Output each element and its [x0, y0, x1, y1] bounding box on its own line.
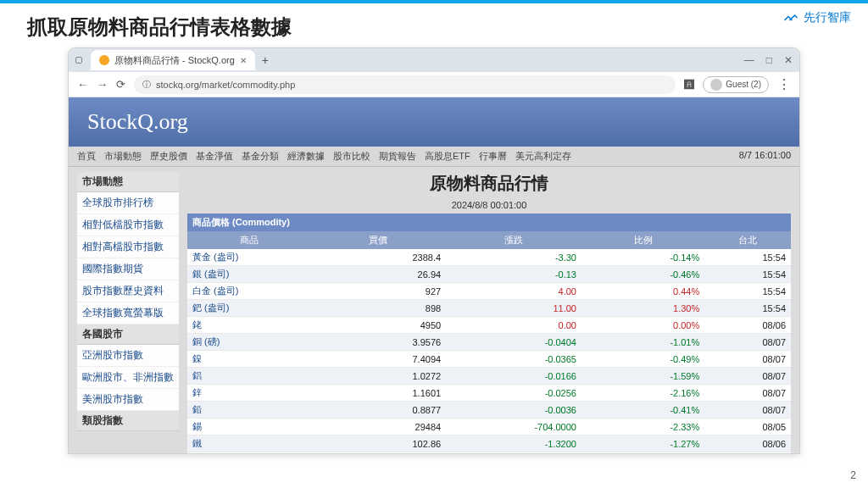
commodity-name[interactable]: 錫 — [187, 419, 310, 435]
cell: -0.13 — [446, 266, 581, 283]
commodity-name[interactable]: 鉛 — [187, 402, 310, 419]
cell: 0.00% — [581, 452, 704, 454]
commodity-table: 商品買價漲跌比例台北 黃金 (盎司)2388.4-3.30-0.14%15:54… — [187, 231, 791, 453]
table-row: 白金 (盎司)9274.000.44%15:54 — [187, 283, 791, 300]
menu-item[interactable]: 期貨報告 — [379, 150, 416, 163]
window-min-icon[interactable]: — — [744, 54, 754, 66]
cell: 08/05 — [704, 419, 791, 435]
window-close-icon[interactable]: ✕ — [784, 54, 793, 66]
sidebar-item[interactable]: 股市指數歷史資料 — [77, 280, 179, 302]
menu-item[interactable]: 基金分類 — [242, 150, 279, 163]
commodity-name[interactable]: 鋅 — [187, 385, 310, 402]
commodity-name[interactable]: 鈀 (盎司) — [187, 300, 310, 317]
cell: 08/07 — [704, 385, 791, 402]
close-tab-icon[interactable]: ✕ — [240, 56, 247, 65]
back-icon[interactable]: ← — [77, 78, 88, 91]
sidebar-item[interactable]: 國際指數期貨 — [77, 258, 179, 280]
avatar-icon — [710, 79, 722, 91]
table-header: 商品 — [187, 231, 310, 249]
menu-item[interactable]: 首頁 — [77, 150, 96, 163]
commodity-name[interactable]: 鋁 — [187, 368, 310, 385]
brand-text: 先行智庫 — [804, 10, 851, 25]
url-input[interactable]: ⓘ stockq.org/market/commodity.php — [134, 75, 676, 94]
sidebar-item[interactable]: 全球指數寬螢幕版 — [77, 302, 179, 324]
sidebar-item[interactable]: 歐洲股市、非洲指數 — [77, 367, 179, 389]
cell: 0.00% — [581, 317, 704, 334]
commodity-name[interactable]: 鋰 — [187, 452, 310, 454]
table-row: 銠49500.000.00%08/06 — [187, 317, 791, 334]
menu-item[interactable]: 高股息ETF — [425, 150, 470, 163]
menu-item[interactable]: 股市比較 — [333, 150, 370, 163]
cell: -0.0256 — [446, 385, 581, 402]
cell: 898 — [310, 300, 446, 317]
sidebar-item[interactable]: 美洲股市指數 — [77, 389, 179, 411]
brand-logo: 先行智庫 — [783, 10, 851, 25]
menu-item[interactable]: 歷史股價 — [150, 150, 187, 163]
main-content: 原物料商品行情 2024/8/8 00:01:00 商品價格 (Commodit… — [187, 172, 791, 453]
table-header: 漲跌 — [446, 231, 581, 249]
table-row: 鋰795000.00000.00%08/06 — [187, 452, 791, 454]
cell: 7.4094 — [310, 351, 446, 368]
commodity-name[interactable]: 黃金 (盎司) — [187, 249, 310, 266]
table-row: 錫29484-704.0000-2.33%08/05 — [187, 419, 791, 435]
cell: -0.46% — [581, 266, 704, 283]
commodity-name[interactable]: 鐵 — [187, 435, 310, 452]
table-row: 鉛0.8877-0.0036-0.41%08/07 — [187, 402, 791, 419]
sidebar-item[interactable]: 相對低檔股市指數 — [77, 214, 179, 236]
table-row: 黃金 (盎司)2388.4-3.30-0.14%15:54 — [187, 249, 791, 266]
table-row: 鋁1.0272-0.0166-1.59%08/07 — [187, 368, 791, 385]
sidebar: 市場動態全球股市排行榜相對低檔股市指數相對高檔股市指數國際指數期貨股市指數歷史資… — [77, 172, 179, 453]
cell: -0.0404 — [446, 334, 581, 351]
cell: -3.30 — [446, 249, 581, 266]
table-row: 鋅1.1601-0.0256-2.16%08/07 — [187, 385, 791, 402]
sidebar-item[interactable]: 全球股市排行榜 — [77, 192, 179, 214]
sidebar-item[interactable]: 相對高檔股市指數 — [77, 236, 179, 258]
commodity-name[interactable]: 白金 (盎司) — [187, 283, 310, 300]
cell: 15:54 — [704, 300, 791, 317]
cell: -1.27% — [581, 435, 704, 452]
cell: 79500 — [310, 452, 446, 454]
cell: 0.0000 — [446, 452, 581, 454]
window-max-icon[interactable]: □ — [766, 54, 772, 66]
cell: 102.86 — [310, 435, 446, 452]
profile-button[interactable]: Guest (2) — [703, 76, 769, 93]
site-banner[interactable]: StockQ.org — [69, 97, 799, 147]
cell: -0.0166 — [446, 368, 581, 385]
commodity-name[interactable]: 銠 — [187, 317, 310, 334]
cell: 4950 — [310, 317, 446, 334]
cell: -704.0000 — [446, 419, 581, 435]
menu-item[interactable]: 美元高利定存 — [515, 150, 571, 163]
reload-icon[interactable]: ⟳ — [116, 78, 125, 91]
sidebar-item[interactable]: 亞洲股市指數 — [77, 345, 179, 367]
slide-title: 抓取原物料商品行情表格數據 — [0, 3, 868, 47]
commodity-name[interactable]: 鎳 — [187, 351, 310, 368]
cell: 2388.4 — [310, 249, 446, 266]
tab-bar: 原物料商品行情 - StockQ.org ✕ + — □ ✕ — [69, 48, 799, 72]
browser-tab[interactable]: 原物料商品行情 - StockQ.org ✕ — [91, 50, 255, 70]
cell: -2.33% — [581, 419, 704, 435]
sidebar-group-head: 市場動態 — [77, 172, 179, 192]
table-header: 買價 — [310, 231, 446, 249]
cell: 0.8877 — [310, 402, 446, 419]
new-tab-button[interactable]: + — [262, 53, 269, 67]
cell: 1.1601 — [310, 385, 446, 402]
cell: 08/07 — [704, 334, 791, 351]
page-body: StockQ.org 首頁市場動態歷史股價基金淨值基金分類經濟數據股市比較期貨報… — [69, 97, 799, 453]
cell: -2.16% — [581, 385, 704, 402]
menu-item[interactable]: 經濟數據 — [287, 150, 325, 163]
commodity-name[interactable]: 銅 (磅) — [187, 334, 310, 351]
sidebar-group-head: 各國股市 — [77, 324, 179, 345]
menu-item[interactable]: 基金淨值 — [196, 150, 233, 163]
commodity-name[interactable]: 銀 (盎司) — [187, 266, 310, 283]
cell: 0.00 — [446, 317, 581, 334]
cell: -0.49% — [581, 351, 704, 368]
table-title: 商品價格 (Commodity) — [187, 214, 791, 231]
cell: 08/07 — [704, 351, 791, 368]
cell: 1.30% — [581, 300, 704, 317]
site-info-icon[interactable]: ⓘ — [142, 79, 151, 91]
menu-item[interactable]: 行事曆 — [479, 150, 507, 163]
more-icon[interactable]: ⋮ — [777, 76, 791, 92]
forward-icon[interactable]: → — [97, 78, 108, 91]
menu-item[interactable]: 市場動態 — [104, 150, 142, 163]
translate-icon[interactable]: 🅰 — [684, 79, 694, 91]
